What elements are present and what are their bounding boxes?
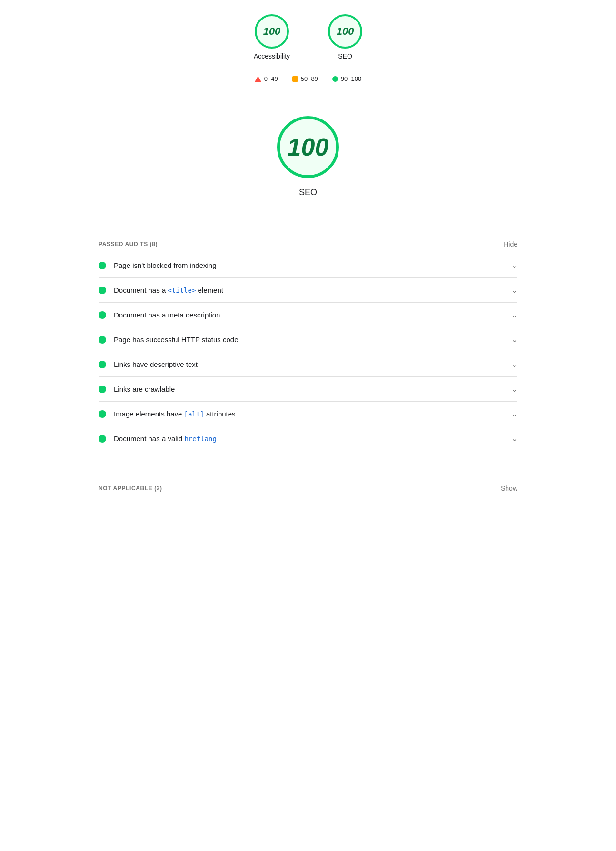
audit-item-alt[interactable]: Image elements have [alt] attributes ⌄ bbox=[99, 402, 517, 426]
main-score-value: 100 bbox=[288, 133, 329, 161]
audit-text-http: Page has successful HTTP status code bbox=[114, 336, 238, 344]
audit-text-crawlable: Links are crawlable bbox=[114, 385, 175, 393]
chevron-icon-http[interactable]: ⌄ bbox=[511, 335, 517, 344]
audit-code-title: <title> bbox=[168, 287, 196, 294]
audit-code-hreflang: hreflang bbox=[184, 435, 216, 443]
legend-item-mid: 50–89 bbox=[292, 75, 318, 82]
main-score-label: SEO bbox=[299, 188, 317, 198]
audit-text-links-descriptive: Links have descriptive text bbox=[114, 360, 198, 368]
high-score-icon bbox=[332, 76, 338, 82]
seo-top-score-item: 100 SEO bbox=[328, 14, 362, 60]
not-applicable-title: NOT APPLICABLE (2) bbox=[99, 485, 162, 492]
audit-pass-icon-links-descriptive bbox=[99, 361, 106, 368]
legend-item-low: 0–49 bbox=[255, 75, 278, 82]
audit-item-http[interactable]: Page has successful HTTP status code ⌄ bbox=[99, 327, 517, 352]
audit-list: Page isn't blocked from indexing ⌄ Docum… bbox=[99, 253, 517, 451]
chevron-icon-meta[interactable]: ⌄ bbox=[511, 310, 517, 319]
low-score-icon bbox=[255, 76, 261, 82]
chevron-icon-links-descriptive[interactable]: ⌄ bbox=[511, 360, 517, 369]
seo-top-score-circle: 100 bbox=[328, 14, 362, 49]
accessibility-score-label: Accessibility bbox=[254, 52, 290, 60]
accessibility-score-circle: 100 bbox=[255, 14, 289, 49]
audit-left-title: Document has a <title> element bbox=[99, 286, 223, 294]
top-scores-section: 100 Accessibility 100 SEO bbox=[99, 0, 517, 69]
show-button[interactable]: Show bbox=[501, 485, 517, 492]
not-applicable-header: NOT APPLICABLE (2) Show bbox=[99, 470, 517, 497]
not-applicable-divider bbox=[99, 497, 517, 497]
legend: 0–49 50–89 90–100 bbox=[99, 69, 517, 92]
audit-text-indexing: Page isn't blocked from indexing bbox=[114, 261, 217, 269]
passed-audits-title: PASSED AUDITS (8) bbox=[99, 241, 158, 247]
mid-score-icon bbox=[292, 76, 298, 82]
main-score-section: 100 SEO bbox=[99, 92, 517, 226]
chevron-icon-indexing[interactable]: ⌄ bbox=[511, 261, 517, 270]
audit-text-title: Document has a <title> element bbox=[114, 286, 223, 294]
chevron-icon-title[interactable]: ⌄ bbox=[511, 286, 517, 295]
audit-text-alt: Image elements have [alt] attributes bbox=[114, 410, 236, 418]
audit-pass-icon-indexing bbox=[99, 262, 106, 269]
chevron-icon-hreflang[interactable]: ⌄ bbox=[511, 434, 517, 443]
audit-item-crawlable[interactable]: Links are crawlable ⌄ bbox=[99, 377, 517, 402]
audit-text-alt-before: Image elements have bbox=[114, 410, 184, 418]
audit-pass-icon-http bbox=[99, 336, 106, 344]
audit-text-title-before: Document has a bbox=[114, 286, 168, 294]
seo-top-score-label: SEO bbox=[338, 52, 352, 60]
not-applicable-section: NOT APPLICABLE (2) Show bbox=[99, 451, 517, 497]
passed-audits-header: PASSED AUDITS (8) Hide bbox=[99, 226, 517, 253]
audit-pass-icon-title bbox=[99, 287, 106, 294]
hide-button[interactable]: Hide bbox=[504, 240, 517, 248]
chevron-icon-crawlable[interactable]: ⌄ bbox=[511, 385, 517, 394]
audit-item-meta[interactable]: Document has a meta description ⌄ bbox=[99, 303, 517, 327]
accessibility-score-item: 100 Accessibility bbox=[254, 14, 290, 60]
audit-item-title[interactable]: Document has a <title> element ⌄ bbox=[99, 278, 517, 303]
audit-text-title-after: element bbox=[196, 286, 223, 294]
audit-left-http: Page has successful HTTP status code bbox=[99, 336, 238, 344]
audit-pass-icon-meta bbox=[99, 311, 106, 319]
legend-high-label: 90–100 bbox=[341, 75, 361, 82]
audit-text-hreflang: Document has a valid hreflang bbox=[114, 435, 217, 443]
main-score-circle: 100 bbox=[277, 116, 339, 178]
chevron-icon-alt[interactable]: ⌄ bbox=[511, 409, 517, 418]
audit-text-hreflang-before: Document has a valid bbox=[114, 435, 184, 443]
audit-left-indexing: Page isn't blocked from indexing bbox=[99, 261, 217, 269]
audit-item-indexing[interactable]: Page isn't blocked from indexing ⌄ bbox=[99, 253, 517, 278]
audit-pass-icon-alt bbox=[99, 410, 106, 418]
audit-left-links-descriptive: Links have descriptive text bbox=[99, 360, 198, 368]
audit-left-crawlable: Links are crawlable bbox=[99, 385, 175, 393]
audit-text-alt-after: attributes bbox=[204, 410, 236, 418]
accessibility-score-value: 100 bbox=[263, 25, 281, 38]
legend-low-label: 0–49 bbox=[264, 75, 278, 82]
audit-pass-icon-hreflang bbox=[99, 435, 106, 443]
audit-code-alt: [alt] bbox=[184, 410, 204, 418]
audit-item-hreflang[interactable]: Document has a valid hreflang ⌄ bbox=[99, 426, 517, 451]
audit-left-alt: Image elements have [alt] attributes bbox=[99, 410, 236, 418]
seo-top-score-value: 100 bbox=[337, 25, 354, 38]
audit-text-meta: Document has a meta description bbox=[114, 311, 220, 319]
audit-pass-icon-crawlable bbox=[99, 386, 106, 393]
audit-left-hreflang: Document has a valid hreflang bbox=[99, 435, 217, 443]
legend-mid-label: 50–89 bbox=[301, 75, 318, 82]
audit-item-links-descriptive[interactable]: Links have descriptive text ⌄ bbox=[99, 352, 517, 377]
audit-left-meta: Document has a meta description bbox=[99, 311, 220, 319]
legend-item-high: 90–100 bbox=[332, 75, 361, 82]
